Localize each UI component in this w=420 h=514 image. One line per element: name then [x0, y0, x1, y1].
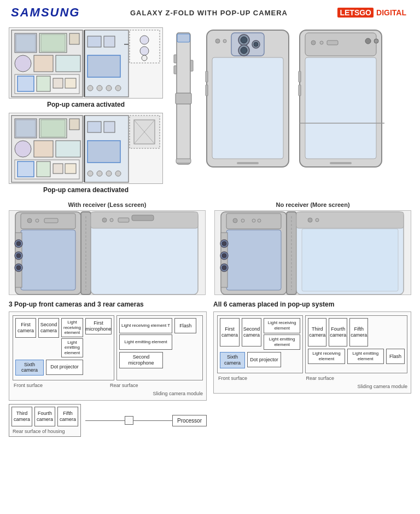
svg-rect-31: [41, 120, 65, 137]
svg-rect-5: [69, 33, 79, 44]
svg-point-79: [311, 41, 316, 45]
right-camera-diagram: All 6 cameras placed in pop-up system Fi…: [213, 301, 411, 437]
svg-rect-109: [132, 215, 154, 221]
svg-rect-7: [34, 55, 53, 72]
cell-first-camera: First camera: [15, 318, 36, 338]
right-cell-light-receiving: Light receiving element: [264, 318, 300, 333]
rear-row-2: Second microphone: [119, 352, 200, 368]
svg-point-118: [222, 265, 226, 270]
cell-dot-projector: Dot projector: [46, 360, 83, 375]
svg-rect-60: [176, 159, 191, 163]
sliding-module-label: Sliding camera module: [151, 391, 203, 396]
right-rear-label: Rear surface: [305, 376, 407, 381]
svg-rect-37: [18, 161, 34, 177]
svg-point-65: [241, 37, 247, 43]
svg-point-69: [254, 42, 258, 47]
svg-point-97: [16, 265, 21, 270]
front-row-2: Sixth camera Dot projector: [15, 360, 112, 376]
svg-point-129: [316, 218, 319, 222]
right-rear-row-1: Third camera Fourth camera Fifth camera: [308, 318, 405, 346]
front-rear-container: First camera Second camera Light receivi…: [9, 311, 207, 401]
svg-rect-45: [88, 141, 120, 163]
cell-first-mic: First microphone: [85, 318, 112, 334]
svg-point-47: [97, 171, 102, 176]
front-surface-box: First camera Second camera Light receivi…: [13, 315, 114, 380]
cell-light-emitting: Light emitting element: [61, 338, 83, 357]
svg-rect-59: [177, 34, 190, 42]
right-cell-third-camera: Third camera: [308, 318, 326, 346]
right-front-row-2: Sixth camera Dot projector: [220, 352, 300, 368]
svg-point-128: [308, 218, 312, 222]
svg-rect-13: [65, 78, 76, 88]
svg-rect-108: [118, 218, 129, 222]
right-rear-row-2: Light receiving element Light emitting e…: [308, 349, 405, 364]
right-cell-dot-projector: Dot projector: [247, 352, 281, 367]
svg-rect-29: [16, 120, 36, 137]
svg-point-100: [36, 219, 39, 222]
svg-rect-56: [174, 55, 177, 63]
popup-activated-diagram: [9, 27, 163, 99]
svg-rect-6: [15, 55, 31, 72]
svg-rect-11: [37, 76, 50, 91]
svg-rect-33: [15, 141, 31, 157]
cell-fifth-camera: Fifth camera: [57, 407, 78, 426]
no-receiver-section: No receiver (More screen): [214, 201, 411, 295]
svg-point-49: [115, 171, 121, 176]
svg-point-114: [222, 241, 226, 246]
cell-second-camera: Second camera: [38, 318, 59, 338]
bottom-section: 3 Pop-up front cameras and 3 rear camera…: [9, 301, 411, 437]
svg-point-93: [16, 241, 21, 246]
front-surface-label: Front surface: [13, 383, 107, 388]
popup-deactivated-caption: Pop-up camera deactivated: [9, 186, 163, 194]
svg-point-25: [140, 47, 149, 55]
right-cell-light-emitting: Light emitting element: [264, 334, 300, 350]
connection-node: [125, 416, 133, 425]
svg-point-106: [102, 218, 107, 222]
svg-rect-12: [53, 78, 63, 88]
svg-point-99: [27, 218, 32, 223]
right-rear-surface-box: Third camera Fourth camera Fifth camera …: [305, 315, 407, 373]
svg-rect-84: [299, 71, 301, 82]
page-title: GALAXY Z-FOLD WITH POP-UP CAMERA: [130, 9, 288, 17]
svg-rect-88: [330, 162, 352, 164]
popup-deactivated-svg: [9, 113, 162, 184]
svg-rect-43: [88, 122, 101, 132]
svg-point-122: [252, 219, 255, 222]
svg-rect-74: [206, 85, 208, 96]
svg-point-121: [241, 219, 244, 222]
svg-rect-38: [37, 161, 50, 177]
right-cell-fourth-camera: Fourth camera: [329, 318, 347, 346]
svg-rect-32: [69, 119, 79, 130]
svg-point-21: [106, 85, 112, 91]
top-section: Pop-up camera activated: [9, 27, 411, 198]
three-cameras-title: 3 Pop-up front cameras and 3 rear camera…: [9, 301, 207, 308]
svg-rect-111: [226, 230, 281, 290]
samsung-logo: SAMSUNG: [11, 5, 80, 20]
bottom-processor-row: Third camera Fourth camera Fifth camera …: [9, 404, 207, 437]
svg-point-82: [365, 38, 371, 44]
right-cell-light-emitting-2: Light emitting element: [347, 349, 384, 364]
cell-light-emitting-rear: Light emitting element: [119, 334, 172, 350]
svg-rect-77: [305, 57, 376, 159]
svg-rect-44: [104, 122, 115, 132]
processor-connection: Processor: [85, 415, 207, 426]
svg-point-116: [222, 253, 226, 258]
housing-box: Third camera Fourth camera Fifth camera …: [9, 404, 81, 437]
svg-rect-72: [237, 162, 259, 164]
header: SAMSUNG GALAXY Z-FOLD WITH POP-UP CAMERA…: [0, 0, 420, 23]
right-cell-flash: Flash: [386, 349, 405, 364]
front-row-1: First camera Second camera Light receivi…: [15, 318, 112, 357]
svg-rect-18: [88, 55, 120, 77]
right-cell-first-camera: First camera: [220, 318, 240, 346]
svg-rect-57: [174, 66, 177, 74]
all6-container: First camera Second camera Light receivi…: [213, 311, 411, 394]
no-receiver-label: No receiver (More screen): [214, 201, 411, 208]
phone-side-view: [168, 27, 199, 170]
svg-rect-130: [302, 229, 398, 291]
svg-rect-39: [53, 164, 63, 174]
svg-point-71: [223, 39, 226, 43]
cell-third-camera: Third camera: [11, 407, 32, 426]
rear-surface-box: Light receiving element T Light emitting…: [116, 315, 203, 380]
cell-light-receiving: Light receiving element: [61, 318, 83, 337]
svg-rect-4: [41, 34, 65, 51]
